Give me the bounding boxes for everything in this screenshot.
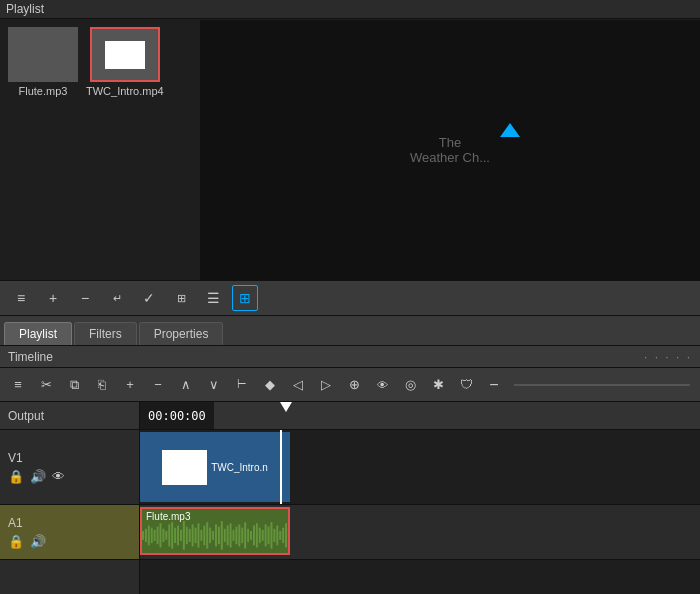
toolbar-table-btn[interactable]: ⊞ [168, 285, 194, 311]
svg-rect-4 [154, 530, 156, 541]
playlist-item-twc[interactable]: TWC_Intro.mp4 [86, 27, 164, 271]
tl-next-btn[interactable]: ▷ [314, 373, 338, 397]
tl-paste-btn[interactable]: ⎗ [90, 373, 114, 397]
svg-rect-25 [215, 524, 217, 546]
zoom-slider[interactable] [514, 384, 690, 386]
eye-icon-v1[interactable]: 👁 [52, 469, 65, 484]
tl-track-lock-btn[interactable]: 🛡 [454, 373, 478, 397]
svg-rect-44 [270, 522, 272, 548]
svg-rect-45 [273, 529, 275, 542]
tab-properties[interactable]: Properties [139, 322, 224, 345]
svg-rect-49 [285, 523, 287, 547]
track-label-a1: A1 🔒 🔊 [0, 505, 139, 560]
playhead-marker [280, 402, 292, 412]
svg-rect-15 [186, 527, 188, 545]
tl-zoom-out-btn[interactable]: − [482, 373, 506, 397]
mute-icon-v1[interactable]: 🔊 [30, 469, 46, 484]
preview-blue-marker [500, 123, 520, 137]
svg-rect-35 [244, 522, 246, 548]
svg-rect-38 [253, 526, 255, 546]
toolbar-remove-btn[interactable]: − [72, 285, 98, 311]
svg-rect-13 [180, 530, 182, 541]
tab-filters[interactable]: Filters [74, 322, 137, 345]
timeline-header: Timeline · · · · · [0, 346, 700, 368]
svg-rect-42 [265, 524, 267, 546]
svg-rect-7 [162, 529, 164, 542]
preview-area: The Weather Ch... [200, 20, 700, 280]
svg-rect-17 [192, 524, 194, 546]
tabs-row: Playlist Filters Properties [0, 316, 700, 346]
preview-text-line1: The [410, 135, 490, 150]
track-v1-icons: 🔒 🔊 👁 [8, 469, 65, 484]
tl-copy-btn[interactable]: ⧉ [62, 373, 86, 397]
tl-all-tracks-btn[interactable]: ✱ [426, 373, 450, 397]
preview-text-line2: Weather Ch... [410, 150, 490, 165]
svg-rect-23 [209, 528, 211, 543]
tl-ripple-btn[interactable]: ◎ [398, 373, 422, 397]
video-clip-label: TWC_Intro.n [211, 462, 268, 473]
svg-rect-34 [241, 528, 243, 543]
playlist-thumb-flute [8, 27, 78, 82]
svg-rect-10 [171, 522, 173, 548]
toolbar-list-btn[interactable]: ☰ [200, 285, 226, 311]
svg-rect-11 [174, 528, 176, 543]
playhead-line [280, 430, 282, 504]
tl-scrub-btn[interactable]: 👁 [370, 373, 394, 397]
audio-clip-flute[interactable]: Flute.mp3 [140, 507, 290, 555]
playlist-section-label: Playlist [0, 0, 700, 19]
svg-rect-39 [256, 523, 258, 547]
tl-cut-btn[interactable]: ✂ [34, 373, 58, 397]
timeline-body: Output V1 🔒 🔊 👁 A1 🔒 🔊 [0, 402, 700, 594]
svg-rect-9 [168, 524, 170, 546]
tl-lift-btn[interactable]: ∧ [174, 373, 198, 397]
track-label-a1-text: A1 [8, 516, 23, 530]
svg-rect-32 [235, 527, 237, 545]
mute-icon-a1[interactable]: 🔊 [30, 534, 46, 549]
tl-prev-btn[interactable]: ◁ [286, 373, 310, 397]
svg-rect-29 [227, 526, 229, 546]
playlist-panel: Playlist Flute.mp3 TWC_Intro.mp4 The [0, 0, 700, 280]
toolbar-grid-btn[interactable]: ⊞ [232, 285, 258, 311]
toolbar-check-btn[interactable]: ✓ [136, 285, 162, 311]
lock-icon-v1[interactable]: 🔒 [8, 469, 24, 484]
svg-rect-18 [195, 528, 197, 543]
svg-rect-2 [148, 526, 150, 546]
lock-icon-a1[interactable]: 🔒 [8, 534, 24, 549]
playlist-item-flute[interactable]: Flute.mp3 [8, 27, 78, 271]
tl-snap-btn[interactable]: ⊕ [342, 373, 366, 397]
preview-content: The Weather Ch... [410, 135, 490, 165]
svg-rect-20 [200, 530, 202, 541]
svg-rect-0 [142, 531, 144, 540]
svg-rect-14 [183, 521, 185, 550]
timecode-display: 00:00:00 [140, 402, 214, 429]
track-labels: Output V1 🔒 🔊 👁 A1 🔒 🔊 [0, 402, 140, 594]
svg-rect-24 [212, 531, 214, 540]
toolbar-menu-btn[interactable]: ≡ [8, 285, 34, 311]
playlist-items-container: Flute.mp3 TWC_Intro.mp4 [0, 19, 172, 279]
track-label-v1: V1 🔒 🔊 👁 [0, 430, 139, 505]
svg-rect-8 [165, 531, 167, 540]
tl-marker-btn[interactable]: ◆ [258, 373, 282, 397]
timeline-tracks: 00:00:00 TWC_Intro.n Flute.mp3 [140, 402, 700, 594]
svg-rect-28 [224, 529, 226, 542]
video-clip-twc[interactable]: TWC_Intro.n [140, 432, 290, 502]
tl-split-btn[interactable]: ⊢ [230, 373, 254, 397]
svg-rect-31 [233, 530, 235, 541]
svg-rect-46 [276, 526, 278, 546]
toolbar-row: ≡ + − ↵ ✓ ⊞ ☰ ⊞ [0, 280, 700, 316]
tl-add-track-btn[interactable]: + [118, 373, 142, 397]
svg-rect-12 [177, 526, 179, 546]
tl-remove-track-btn[interactable]: − [146, 373, 170, 397]
svg-rect-37 [250, 531, 252, 540]
tl-menu-btn[interactable]: ≡ [6, 373, 30, 397]
toolbar-in-point-btn[interactable]: ↵ [104, 285, 130, 311]
svg-rect-19 [197, 523, 199, 547]
playlist-item-label-twc: TWC_Intro.mp4 [86, 85, 164, 97]
timeline-dots: · · · · · [644, 350, 692, 364]
svg-rect-33 [238, 524, 240, 546]
timeline-toolbar: ≡ ✂ ⧉ ⎗ + − ∧ ∨ ⊢ ◆ ◁ ▷ ⊕ 👁 ◎ ✱ 🛡 − [0, 368, 700, 402]
toolbar-add-btn[interactable]: + [40, 285, 66, 311]
tl-overwrite-btn[interactable]: ∨ [202, 373, 226, 397]
tab-playlist[interactable]: Playlist [4, 322, 72, 345]
svg-rect-27 [221, 521, 223, 550]
